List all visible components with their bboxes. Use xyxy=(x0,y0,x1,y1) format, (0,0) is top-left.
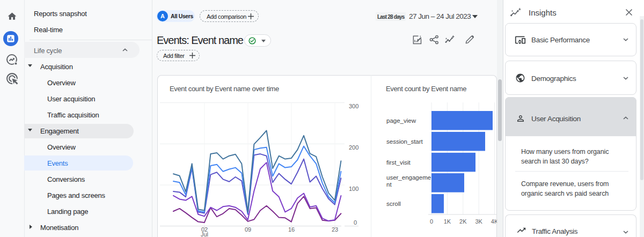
svg-text:0: 0 xyxy=(354,219,357,226)
svg-text:session_start: session_start xyxy=(386,138,423,145)
svg-text:2K: 2K xyxy=(459,218,467,225)
svg-text:scroll: scroll xyxy=(386,201,401,207)
svg-text:page_view: page_view xyxy=(386,117,416,124)
svg-text:user_engageme: user_engageme xyxy=(386,174,431,181)
svg-text:1K: 1K xyxy=(444,218,451,225)
svg-text:first_visit: first_visit xyxy=(386,159,411,166)
svg-text:100: 100 xyxy=(349,186,358,192)
svg-text:300: 300 xyxy=(349,103,358,109)
svg-text:200: 200 xyxy=(349,144,358,151)
svg-text:0: 0 xyxy=(430,218,433,225)
svg-text:23: 23 xyxy=(332,226,338,233)
svg-text:3K: 3K xyxy=(475,218,482,225)
svg-text:09: 09 xyxy=(245,226,251,233)
svg-text:4K: 4K xyxy=(491,218,497,225)
svg-text:Jul: Jul xyxy=(201,231,208,237)
svg-text:16: 16 xyxy=(288,226,295,233)
svg-text:nt: nt xyxy=(386,181,392,188)
